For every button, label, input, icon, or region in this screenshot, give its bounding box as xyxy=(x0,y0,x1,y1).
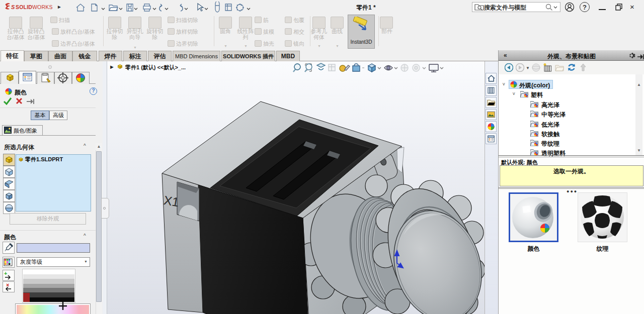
svg-text:S: S xyxy=(11,4,15,10)
svg-text:SOLID: SOLID xyxy=(16,4,32,10)
svg-text:X1: X1 xyxy=(163,193,180,209)
svg-text:WORKS: WORKS xyxy=(32,4,53,10)
svg-text:+: + xyxy=(4,270,7,276)
